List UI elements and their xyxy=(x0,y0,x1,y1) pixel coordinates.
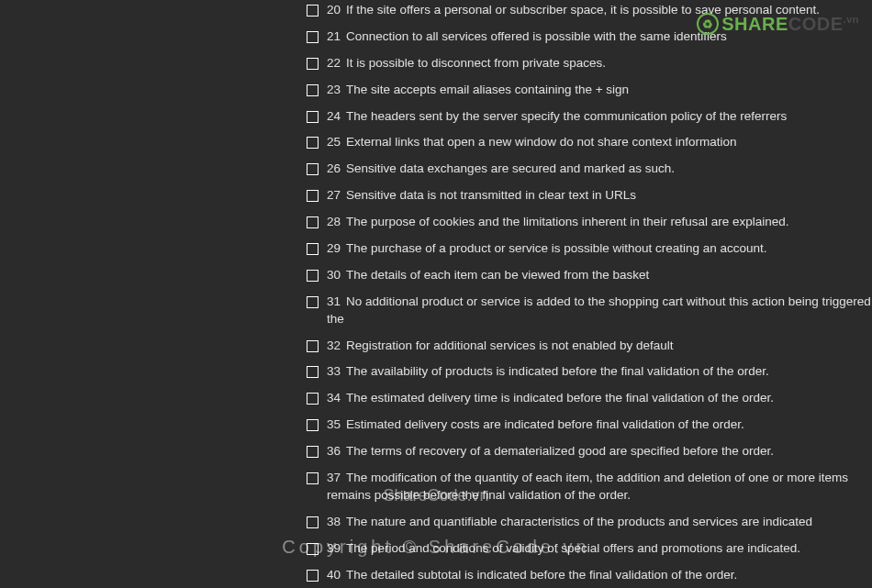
checklist-item-label: External links that open a new window do… xyxy=(346,135,737,149)
checkbox[interactable] xyxy=(307,419,319,431)
checklist-item-text: 37The modification of the quantity of ea… xyxy=(327,470,872,505)
checklist-item-text: 23The site accepts email aliases contain… xyxy=(327,82,629,99)
checklist-item-number: 20 xyxy=(327,3,341,17)
checklist-item-number: 30 xyxy=(327,268,341,282)
checklist-item-label: The headers sent by the server specify t… xyxy=(346,109,787,123)
checklist-item-number: 22 xyxy=(327,56,341,70)
checklist-item-label: The nature and quantifiable characterist… xyxy=(346,515,812,528)
checklist-item-label: The modification of the quantity of each… xyxy=(327,471,848,502)
checklist-item-number: 32 xyxy=(327,338,341,352)
checkbox[interactable] xyxy=(307,31,319,43)
checklist-item-number: 36 xyxy=(327,444,341,458)
checklist-item: 27Sensitive data is not transmitted in c… xyxy=(307,183,872,209)
checklist-item-text: 31No additional product or service is ad… xyxy=(327,294,872,328)
checklist-item-label: Sensitive data exchanges are secured and… xyxy=(346,161,675,175)
checklist-item: 26Sensitive data exchanges are secured a… xyxy=(307,156,872,183)
checklist-item: 30The details of each item can be viewed… xyxy=(307,262,872,289)
checkbox[interactable] xyxy=(307,137,319,149)
checklist-item: 28The purpose of cookies and the limitat… xyxy=(307,209,872,236)
checklist-item: 23The site accepts email aliases contain… xyxy=(307,77,872,104)
checklist-item: 29The purchase of a product or service i… xyxy=(307,236,872,262)
checklist-item: 33The availability of products is indica… xyxy=(307,359,872,385)
checklist-item: 35Estimated delivery costs are indicated… xyxy=(307,412,872,438)
checklist-item-text: 40The detailed subtotal is indicated bef… xyxy=(327,567,737,584)
checklist-item-text: 39The period and conditions of validity … xyxy=(327,540,800,558)
checklist-item-number: 21 xyxy=(327,29,341,43)
checklist-item-text: 32Registration for additional services i… xyxy=(327,338,674,355)
checklist-container: 20If the site offers a personal or subsc… xyxy=(307,0,872,588)
checklist-item: 32Registration for additional services i… xyxy=(307,333,872,360)
checklist-item-text: 26Sensitive data exchanges are secured a… xyxy=(327,161,675,178)
checklist-item-text: 28The purpose of cookies and the limitat… xyxy=(327,214,789,231)
checklist: 20If the site offers a personal or subsc… xyxy=(307,0,872,588)
checklist-item-label: It is possible to disconnect from privat… xyxy=(346,56,606,70)
checklist-item: 38The nature and quantifiable characteri… xyxy=(307,509,872,536)
checklist-item-number: 27 xyxy=(327,188,341,202)
checklist-item-number: 40 xyxy=(327,568,341,582)
checklist-item-label: The detailed subtotal is indicated befor… xyxy=(346,568,737,582)
checklist-item-text: 33The availability of products is indica… xyxy=(327,363,769,381)
checkbox[interactable] xyxy=(307,570,319,582)
checklist-item: 25External links that open a new window … xyxy=(307,129,872,156)
checklist-item-label: The terms of recovery of a dematerialize… xyxy=(346,444,774,458)
checklist-item-label: Sensitive data is not transmitted in cle… xyxy=(346,188,636,202)
watermark-logo-share: SHARE xyxy=(721,14,788,35)
checkbox[interactable] xyxy=(307,84,319,96)
checklist-item: 39The period and conditions of validity … xyxy=(307,536,872,562)
checkbox[interactable] xyxy=(307,516,319,528)
checkbox[interactable] xyxy=(307,270,319,282)
checkbox[interactable] xyxy=(307,216,319,228)
checkbox[interactable] xyxy=(307,393,319,405)
checklist-item-number: 24 xyxy=(327,109,341,123)
checklist-item-text: 22It is possible to disconnect from priv… xyxy=(327,55,606,72)
checklist-item-label: The availability of products is indicate… xyxy=(346,364,769,378)
checklist-item-label: Estimated delivery costs are indicated b… xyxy=(346,417,744,431)
recycle-icon: ♻ xyxy=(697,13,719,35)
checkbox[interactable] xyxy=(307,543,319,555)
checkbox[interactable] xyxy=(307,163,319,175)
checklist-item-label: The purpose of cookies and the limitatio… xyxy=(346,215,789,228)
watermark-logo-vn: .vn xyxy=(844,14,859,25)
checklist-item-label: Connection to all services offered is po… xyxy=(346,29,727,43)
checklist-item-number: 23 xyxy=(327,83,341,96)
checkbox[interactable] xyxy=(307,296,319,308)
checkbox[interactable] xyxy=(307,5,319,17)
checklist-item-text: 38The nature and quantifiable characteri… xyxy=(327,514,812,531)
checkbox[interactable] xyxy=(307,190,319,202)
checklist-item-number: 25 xyxy=(327,135,341,149)
checklist-item: 24The headers sent by the server specify… xyxy=(307,104,872,130)
checklist-item: 31No additional product or service is ad… xyxy=(307,289,872,333)
checklist-item: 36The terms of recovery of a demateriali… xyxy=(307,438,872,465)
checklist-item-label: No additional product or service is adde… xyxy=(327,294,872,326)
checklist-item-text: 35Estimated delivery costs are indicated… xyxy=(327,416,744,434)
checklist-item-label: The site accepts email aliases containin… xyxy=(346,83,629,96)
watermark-logo: ♻ SHARE CODE .vn xyxy=(697,13,859,35)
checklist-item-number: 33 xyxy=(327,364,341,378)
checklist-item-text: 27Sensitive data is not transmitted in c… xyxy=(327,187,636,205)
checklist-item: 22It is possible to disconnect from priv… xyxy=(307,50,872,77)
checklist-item-text: 25External links that open a new window … xyxy=(327,134,737,151)
checklist-item-text: 36The terms of recovery of a demateriali… xyxy=(327,443,774,460)
checklist-item-number: 37 xyxy=(327,471,341,484)
checklist-item-number: 35 xyxy=(327,417,341,431)
checklist-item-number: 31 xyxy=(327,294,341,308)
checklist-item-text: 24The headers sent by the server specify… xyxy=(327,108,787,126)
checklist-item: 40The detailed subtotal is indicated bef… xyxy=(307,562,872,588)
checklist-item: 34The estimated delivery time is indicat… xyxy=(307,385,872,412)
checklist-item-number: 38 xyxy=(327,515,341,528)
checkbox[interactable] xyxy=(307,58,319,70)
checkbox[interactable] xyxy=(307,366,319,378)
checklist-item-number: 28 xyxy=(327,215,341,228)
checklist-item-number: 26 xyxy=(327,161,341,175)
watermark-logo-code: CODE xyxy=(788,14,844,35)
checkbox[interactable] xyxy=(307,243,319,255)
checkbox[interactable] xyxy=(307,446,319,458)
checklist-item-text: 30The details of each item can be viewed… xyxy=(327,267,649,284)
checklist-item-text: 34The estimated delivery time is indicat… xyxy=(327,390,774,407)
checklist-item-label: The details of each item can be viewed f… xyxy=(346,268,649,282)
checkbox[interactable] xyxy=(307,111,319,123)
checklist-item-number: 29 xyxy=(327,241,341,255)
checkbox[interactable] xyxy=(307,472,319,484)
checklist-item-number: 34 xyxy=(327,391,341,405)
checkbox[interactable] xyxy=(307,340,319,352)
